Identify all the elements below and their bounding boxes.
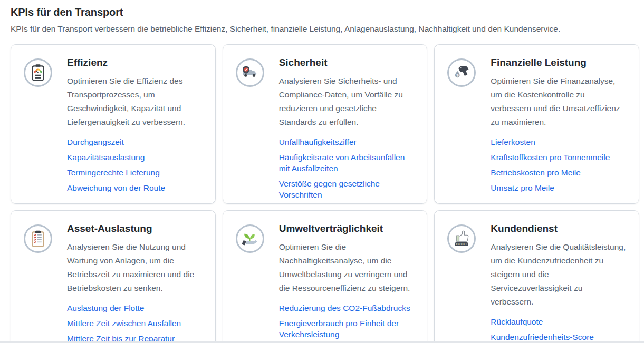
viewport-bottom-edge (0, 341, 644, 343)
kpi-link-list: Reduzierung des CO2-FußabdrucksEnergieve… (279, 302, 415, 343)
card-title: Umweltverträglichkeit (279, 222, 415, 235)
speedometer-clipboard-icon (28, 63, 47, 82)
card-body: Asset-Auslastung Analysieren Sie die Nut… (67, 222, 203, 343)
kpi-link[interactable]: Häufigkeitsrate von Arbeitsunfällen mit … (279, 152, 415, 174)
card-body: Umweltverträglichkeit Optimieren Sie die… (279, 222, 415, 343)
card-body: Effizienz Optimieren Sie die Effizienz d… (67, 56, 203, 192)
card-description: Optimieren Sie die Nachhaltigkeitsanalys… (279, 240, 415, 295)
kpi-link[interactable]: Abweichung von der Route (67, 182, 203, 193)
kpi-link[interactable]: Auslastung der Flotte (67, 302, 203, 313)
card-icon-circle (447, 58, 476, 87)
card-title: Effizienz (67, 56, 203, 69)
card-icon-circle (236, 224, 264, 253)
card-title: Kundendienst (491, 222, 626, 235)
kpi-link[interactable]: Kapazitätsauslastung (67, 152, 203, 163)
hand-sprout-icon (241, 229, 259, 248)
kpi-link[interactable]: Umsatz pro Meile (491, 182, 626, 193)
card-description: Optimieren Sie die Effizienz des Transpo… (67, 74, 203, 129)
kpi-card-asset-auslastung: Asset-Auslastung Analysieren Sie die Nut… (11, 210, 216, 343)
card-icon-circle (447, 224, 476, 253)
kpi-card-sicherheit: Sicherheit Analysieren Sie Sicherheits- … (223, 44, 428, 204)
page-title: KPIs für den Transport (11, 5, 633, 19)
page-header: KPIs für den Transport KPIs für den Tran… (0, 0, 644, 35)
kpi-link[interactable]: Durchgangszeit (67, 136, 203, 148)
card-description: Analysieren Sie die Nutzung und Wartung … (67, 240, 203, 295)
kpi-link[interactable]: Verstöße gegen gesetzliche Vorschriften (279, 178, 415, 200)
card-description: Analysieren Sie Sicherheits- und Complia… (279, 74, 415, 129)
page-subtitle: KPIs für den Transport verbessern die be… (11, 23, 633, 35)
kpi-link[interactable]: Betriebskosten pro Meile (491, 167, 626, 178)
card-icon-circle (24, 224, 52, 253)
kpi-link[interactable]: Rücklaufquote (491, 316, 626, 327)
kpi-link-list: Auslastung der FlotteMittlere Zeit zwisc… (67, 302, 203, 343)
kpi-link[interactable]: Reduzierung des CO2-Fußabdrucks (279, 302, 415, 313)
kpi-link[interactable]: Termingerechte Lieferung (67, 167, 203, 178)
kpi-card-umweltvertraeglichkeit: Umweltverträglichkeit Optimieren Sie die… (223, 210, 428, 343)
card-icon-circle (24, 58, 52, 87)
kpi-card-grid: Effizienz Optimieren Sie die Effizienz d… (11, 44, 639, 343)
kpi-card-effizienz: Effizienz Optimieren Sie die Effizienz d… (11, 44, 216, 204)
card-title: Sicherheit (279, 56, 415, 69)
kpi-link[interactable]: Energieverbrauch pro Einheit der Verkehr… (279, 318, 415, 340)
kpi-link[interactable]: Unfallhäufigkeitsziffer (279, 136, 415, 148)
card-description: Analysieren Sie die Qualitätsleistung, u… (491, 240, 626, 309)
card-title: Asset-Auslastung (67, 222, 203, 235)
card-body: Sicherheit Analysieren Sie Sicherheits- … (279, 56, 415, 192)
card-title: Finanzielle Leistung (491, 56, 626, 69)
fuel-nozzle-dollar-icon (452, 63, 471, 82)
card-body: Finanzielle Leistung Optimieren Sie die … (491, 56, 626, 192)
kpi-link-list: DurchgangszeitKapazitätsauslastungTermin… (67, 136, 203, 193)
card-body: Kundendienst Analysieren Sie die Qualitä… (491, 222, 626, 343)
kpi-link[interactable]: Mittlere Zeit zwischen Ausfällen (67, 318, 203, 329)
thumbs-up-stars-icon (452, 229, 471, 248)
kpi-link[interactable]: Kraftstoffkosten pro Tonnenmeile (491, 152, 626, 163)
kpi-link[interactable]: Lieferkosten (491, 136, 626, 148)
kpi-link-list: RücklaufquoteKundenzufriedenheits-ScoreG… (491, 316, 626, 343)
kpi-link-list: LieferkostenKraftstoffkosten pro Tonnenm… (491, 136, 626, 193)
shield-truck-icon (241, 63, 259, 82)
kpi-link-list: UnfallhäufigkeitszifferHäufigkeitsrate v… (279, 136, 415, 204)
kpi-card-finanzielle-leistung: Finanzielle Leistung Optimieren Sie die … (434, 44, 639, 204)
card-description: Optimieren Sie die Finanzanalyse, um die… (491, 74, 626, 129)
kpi-card-kundendienst: Kundendienst Analysieren Sie die Qualitä… (434, 210, 639, 343)
checklist-clipboard-icon (28, 229, 47, 248)
card-icon-circle (236, 58, 264, 87)
